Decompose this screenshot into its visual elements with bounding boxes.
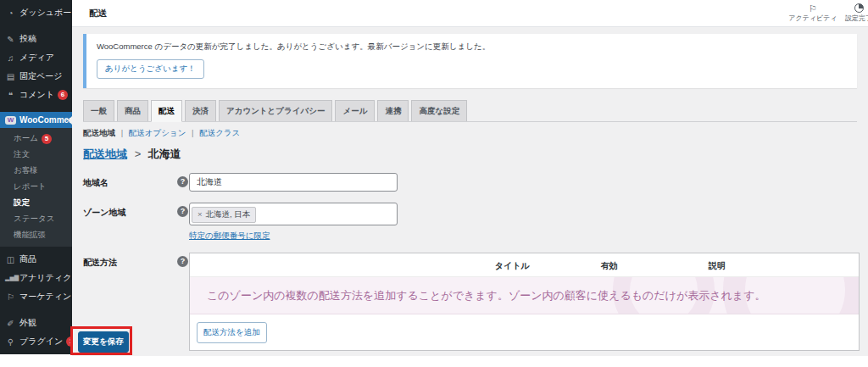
sidebar-item-pages[interactable]: ▤ 固定ページ	[0, 67, 72, 86]
subnav-shipping-options[interactable]: 配送オプション	[129, 128, 186, 137]
help-icon[interactable]: ?	[177, 256, 188, 267]
home-count-badge: 5	[42, 134, 52, 144]
zone-region-tag-label: 北海道, 日本	[206, 209, 251, 219]
plugin-icon: ⚲	[5, 337, 16, 347]
tab-integration[interactable]: 連携	[377, 100, 409, 121]
empty-methods-message: このゾーン内の複数の配送方法を追加することができます。ゾーン内の顧客に使えるもの…	[207, 288, 765, 303]
save-changes-button[interactable]: 変更を保存	[78, 331, 129, 353]
header-bar: 配送 ⚐ アクティビティ 設定完了	[72, 0, 868, 27]
page-title: 配送	[89, 8, 107, 19]
tab-payments[interactable]: 決済	[185, 100, 216, 121]
sidebar-item-wc-settings[interactable]: 設定	[0, 195, 72, 211]
activity-button[interactable]: ⚐ アクティビティ	[790, 3, 836, 23]
column-description: 説明	[709, 260, 726, 272]
shipping-methods-table: タイトル 有効 説明 このゾーン内の複数の配送方法を追加することができます。ゾー…	[189, 253, 860, 351]
help-icon[interactable]: ?	[177, 206, 188, 217]
table-header: タイトル 有効 説明	[190, 253, 859, 276]
sidebar-item-label: 固定ページ	[19, 70, 62, 82]
sidebar-item-comments[interactable]: ❝ コメント 6	[0, 86, 72, 104]
shipping-subnav: 配送地域 | 配送オプション | 配送クラス	[83, 128, 857, 139]
sidebar-item-plugins[interactable]: ⚲ プラグイン 1	[0, 332, 72, 351]
limit-postcodes-link[interactable]: 特定の郵便番号に限定	[189, 231, 270, 242]
breadcrumb-current-zone: 北海道	[148, 147, 181, 160]
plugins-count-badge: 1	[66, 336, 72, 347]
setup-progress-icon	[854, 3, 864, 13]
column-title: タイトル	[495, 260, 530, 272]
sidebar-item-wc-orders[interactable]: 注文	[0, 147, 72, 163]
sidebar-item-woocommerce[interactable]: W WooCommerce	[0, 112, 72, 128]
empty-methods-row: このゾーン内の複数の配送方法を追加することができます。ゾーン内の顧客に使えるもの…	[190, 276, 859, 314]
sidebar-item-dashboard[interactable]: ◔ ダッシュボード	[0, 3, 72, 22]
sidebar-item-appearance[interactable]: ✐ 外観	[0, 314, 72, 332]
dashboard-icon: ◔	[5, 8, 16, 18]
woocommerce-submenu: ホーム5 注文 お客様 レポート 設定 ステータス 機能拡張	[0, 128, 72, 247]
zone-form: 地域名 ? ゾーン地域 ? ×北海道, 日本 特定の郵便番号に限定 配送方法 ?	[83, 173, 857, 351]
pin-icon: ✎	[5, 35, 16, 44]
current-menu-arrow	[63, 115, 72, 125]
sidebar-item-wc-customers[interactable]: お客様	[0, 163, 72, 179]
media-icon: ♫	[5, 53, 16, 63]
sidebar-item-users[interactable]: ☻ ユーザー	[0, 351, 72, 354]
zone-region-row: ゾーン地域 ? ×北海道, 日本 特定の郵便番号に限定	[83, 203, 857, 242]
sidebar-item-label: ホーム	[14, 133, 38, 142]
comments-icon: ❝	[5, 91, 16, 100]
region-name-row: 地域名 ?	[83, 173, 857, 192]
help-icon[interactable]: ?	[177, 176, 188, 187]
breadcrumb-separator: >	[135, 147, 142, 160]
subnav-shipping-classes[interactable]: 配送クラス	[199, 128, 240, 137]
subnav-separator: |	[192, 128, 193, 137]
tab-email[interactable]: メール	[335, 100, 375, 121]
breadcrumb-zones-link[interactable]: 配送地域	[83, 147, 127, 160]
woocommerce-icon: W	[5, 116, 16, 125]
tab-accounts-privacy[interactable]: アカウントとプライバシー	[219, 100, 332, 121]
megaphone-icon: ⚐	[5, 292, 16, 302]
bar-chart-icon: ▂▅▇	[5, 275, 16, 281]
header-actions: ⚐ アクティビティ 設定完了	[790, 3, 868, 23]
sidebar-item-wc-home[interactable]: ホーム5	[0, 131, 72, 147]
setup-progress-label: 設定完了	[845, 14, 868, 23]
sidebar-item-products[interactable]: ◫ 商品	[0, 250, 72, 269]
zone-region-label: ゾーン地域	[83, 203, 177, 242]
tab-advanced[interactable]: 高度な設定	[411, 100, 467, 121]
sidebar-item-marketing[interactable]: ⚐ マーケティング	[0, 287, 72, 306]
tab-products[interactable]: 商品	[117, 100, 148, 121]
activity-label: アクティビティ	[788, 14, 837, 23]
sidebar-item-wc-extensions[interactable]: 機能拡張	[0, 227, 72, 243]
table-footer: 配送方法を追加	[190, 314, 859, 350]
sidebar-item-wc-status[interactable]: ステータス	[0, 211, 72, 227]
breadcrumb: 配送地域 > 北海道	[83, 147, 857, 162]
sidebar-item-label: 外観	[19, 317, 36, 329]
remove-tag-icon[interactable]: ×	[198, 209, 203, 219]
sidebar-item-label: アナリティクス	[19, 272, 72, 284]
settings-page: WooCommerce のデータの更新が完了しました。ありがとうございます。最新…	[72, 27, 868, 356]
products-icon: ◫	[5, 255, 16, 264]
sidebar-item-label: メディア	[19, 52, 54, 64]
notice-message: WooCommerce のデータの更新が完了しました。ありがとうございます。最新…	[97, 42, 847, 53]
sidebar-item-label: ダッシュボード	[19, 7, 72, 19]
subnav-separator: |	[121, 128, 123, 137]
admin-sidebar: ◔ ダッシュボード ✎ 投稿 ♫ メディア ▤ 固定ページ ❝ コメント 6 W…	[0, 0, 72, 354]
setup-progress-button[interactable]: 設定完了	[836, 3, 868, 23]
tab-shipping[interactable]: 配送	[151, 100, 182, 122]
thanks-button[interactable]: ありがとうございます！	[97, 59, 204, 79]
sidebar-item-label: マーケティング	[19, 291, 72, 303]
sidebar-item-label: 投稿	[19, 33, 36, 45]
sidebar-item-wc-reports[interactable]: レポート	[0, 179, 72, 195]
add-shipping-method-button[interactable]: 配送方法を追加	[197, 322, 267, 343]
zone-region-select[interactable]: ×北海道, 日本	[189, 203, 398, 225]
sidebar-item-label: 商品	[19, 253, 36, 265]
sidebar-item-media[interactable]: ♫ メディア	[0, 48, 72, 67]
sidebar-item-label: コメント	[19, 89, 54, 101]
region-name-label: 地域名	[83, 173, 177, 192]
sidebar-item-analytics[interactable]: ▂▅▇ アナリティクス	[0, 269, 72, 287]
region-name-input[interactable]	[189, 173, 398, 192]
sidebar-item-posts[interactable]: ✎ 投稿	[0, 30, 72, 48]
brush-icon: ✐	[5, 319, 16, 328]
tab-general[interactable]: 一般	[83, 100, 114, 121]
subnav-shipping-zones[interactable]: 配送地域	[83, 128, 115, 137]
sidebar-item-label: プラグイン	[19, 336, 63, 348]
settings-tabs: 一般 商品 配送 決済 アカウントとプライバシー メール 連携 高度な設定	[83, 100, 857, 122]
comments-count-badge: 6	[58, 90, 68, 100]
zone-region-tag: ×北海道, 日本	[192, 207, 256, 223]
column-enabled: 有効	[601, 260, 618, 272]
